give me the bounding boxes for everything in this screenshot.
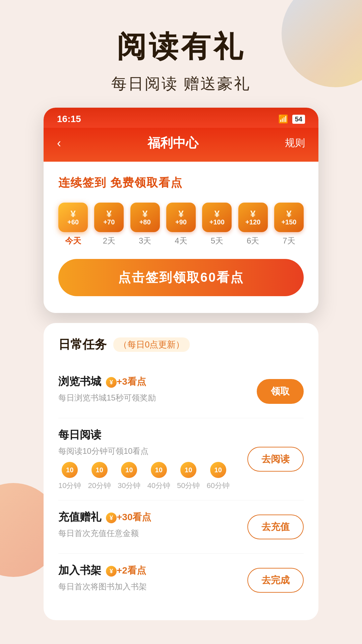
day-btn-3[interactable]: ¥+803天 — [130, 203, 160, 246]
wifi-icon: 📶 — [278, 114, 288, 124]
day-label-5: 5天 — [211, 235, 223, 246]
task-info-4: 加入书架¥+2看点每日首次将图书加入书架 — [58, 563, 247, 597]
day-buttons-row: ¥+60今天¥+702天¥+803天¥+904天¥+1005天¥+1206天¥+… — [58, 203, 304, 246]
progress-item-6: 1060分钟 — [206, 462, 229, 491]
hero-title: 阅读有礼 — [20, 27, 342, 67]
task-name-3: 充值赠礼 — [58, 510, 101, 525]
coin-circle-day-4: ¥+90 — [166, 203, 196, 232]
coin-amount-2: +70 — [103, 219, 115, 225]
task-name-row-2: 每日阅读 — [58, 428, 247, 442]
status-time: 16:15 — [57, 114, 81, 124]
back-button[interactable]: ‹ — [57, 136, 61, 150]
coin-circle-day-7: ¥+150 — [274, 203, 304, 232]
progress-label-1: 10分钟 — [58, 481, 81, 491]
nav-bar: ‹ 福利中心 规则 — [44, 128, 318, 162]
task-name-row-4: 加入书架¥+2看点 — [58, 563, 247, 578]
task-desc-4: 每日首次将图书加入书架 — [58, 581, 247, 592]
day-btn-6[interactable]: ¥+1206天 — [238, 203, 268, 246]
battery-icon: 54 — [292, 115, 305, 124]
task-action-btn-2[interactable]: 去阅读 — [247, 447, 304, 472]
tasks-title: 日常任务 — [58, 336, 107, 353]
yen-icon-3: ¥ — [142, 209, 148, 219]
coin-amount-7: +150 — [281, 219, 296, 225]
yen-icon-1: ¥ — [70, 209, 76, 219]
coin-amount-4: +90 — [175, 219, 187, 225]
day-btn-2[interactable]: ¥+702天 — [94, 203, 124, 246]
coin-circle-day-3: ¥+80 — [130, 203, 160, 232]
yen-icon-7: ¥ — [286, 209, 292, 219]
progress-item-1: 1010分钟 — [58, 462, 81, 491]
mini-coin-3: 10 — [121, 462, 137, 478]
coin-amount-5: +100 — [209, 219, 225, 225]
signin-title: 连续签到 免费领取看点 — [58, 175, 304, 191]
nav-rules-button[interactable]: 规则 — [285, 136, 305, 150]
coin-circle-day-6: ¥+120 — [238, 203, 268, 232]
coin-amount-6: +120 — [245, 219, 260, 225]
task-action-btn-4[interactable]: 去完成 — [247, 568, 304, 593]
yen-icon-2: ¥ — [107, 209, 112, 219]
day-label-6: 6天 — [247, 235, 259, 246]
task-name-row-3: 充值赠礼¥+30看点 — [58, 510, 247, 525]
progress-label-3: 30分钟 — [118, 481, 140, 491]
task-points-3: ¥+30看点 — [106, 511, 152, 524]
task-desc-3: 每日首次充值任意金额 — [58, 528, 247, 539]
day-label-2: 2天 — [103, 235, 115, 246]
task-action-btn-1[interactable]: 领取 — [257, 379, 304, 404]
mini-coin-5: 10 — [180, 462, 196, 478]
task-item-4: 加入书架¥+2看点每日首次将图书加入书架去完成 — [58, 554, 304, 607]
yen-icon-6: ¥ — [250, 209, 256, 219]
day-label-7: 7天 — [283, 235, 295, 246]
phone-card: 16:15 📶 54 ‹ 福利中心 规则 连续签到 免费领取看点 ¥+60今天¥… — [44, 108, 318, 313]
day-label-4: 4天 — [175, 235, 187, 246]
signin-card: 连续签到 免费领取看点 ¥+60今天¥+702天¥+803天¥+904天¥+10… — [44, 162, 318, 313]
task-desc-1: 每日浏览书城15秒可领奖励 — [58, 392, 257, 403]
coin-circle-day-1: ¥+60 — [58, 203, 88, 232]
reading-progress-2: 1010分钟1020分钟1030分钟1040分钟1050分钟1060分钟 — [58, 462, 247, 491]
status-right: 📶 54 — [278, 114, 305, 124]
day-btn-5[interactable]: ¥+1005天 — [202, 203, 232, 246]
progress-item-4: 1040分钟 — [147, 462, 170, 491]
day-btn-4[interactable]: ¥+904天 — [166, 203, 196, 246]
progress-item-3: 1030分钟 — [118, 462, 140, 491]
hero-section: 阅读有礼 每日阅读 赠送豪礼 — [0, 0, 362, 108]
coin-amount-1: +60 — [67, 219, 79, 225]
mini-coin-1: 10 — [62, 462, 78, 478]
task-item-2: 每日阅读每阅读10分钟可领10看点1010分钟1020分钟1030分钟1040分… — [58, 418, 304, 500]
nav-title: 福利中心 — [147, 135, 198, 152]
task-name-1: 浏览书城 — [58, 374, 101, 389]
tasks-list: 浏览书城¥+3看点每日浏览书城15秒可领奖励领取每日阅读每阅读10分钟可领10看… — [58, 365, 304, 607]
progress-label-6: 60分钟 — [206, 481, 229, 491]
task-desc-2: 每阅读10分钟可领10看点 — [58, 446, 247, 457]
progress-label-4: 40分钟 — [147, 481, 170, 491]
tasks-update: （每日0点更新） — [113, 337, 190, 352]
day-label-3: 3天 — [139, 235, 151, 246]
checkin-button[interactable]: 点击签到领取60看点 — [58, 259, 304, 296]
coin-circle-day-5: ¥+100 — [202, 203, 232, 232]
task-points-4: ¥+2看点 — [106, 564, 146, 577]
task-info-2: 每日阅读每阅读10分钟可领10看点1010分钟1020分钟1030分钟1040分… — [58, 428, 247, 491]
day-btn-1[interactable]: ¥+60今天 — [58, 203, 88, 246]
task-info-1: 浏览书城¥+3看点每日浏览书城15秒可领奖励 — [58, 374, 257, 409]
mini-coin-2: 10 — [92, 462, 108, 478]
progress-label-2: 20分钟 — [88, 481, 111, 491]
day-label-1: 今天 — [65, 235, 81, 246]
task-name-row-1: 浏览书城¥+3看点 — [58, 374, 257, 389]
task-item-3: 充值赠礼¥+30看点每日首次充值任意金额去充值 — [58, 500, 304, 554]
task-points-1: ¥+3看点 — [106, 375, 146, 388]
yen-icon-5: ¥ — [215, 209, 220, 219]
task-info-3: 充值赠礼¥+30看点每日首次充值任意金额 — [58, 510, 247, 544]
status-bar: 16:15 📶 54 — [44, 108, 318, 128]
hero-subtitle: 每日阅读 赠送豪礼 — [20, 73, 342, 94]
yen-icon-4: ¥ — [178, 209, 184, 219]
coin-amount-3: +80 — [139, 219, 151, 225]
progress-item-5: 1050分钟 — [177, 462, 200, 491]
progress-item-2: 1020分钟 — [88, 462, 111, 491]
task-name-2: 每日阅读 — [58, 428, 101, 442]
tasks-header: 日常任务 （每日0点更新） — [58, 336, 304, 353]
tasks-section: 日常任务 （每日0点更新） 浏览书城¥+3看点每日浏览书城15秒可领奖励领取每日… — [44, 323, 318, 620]
day-btn-7[interactable]: ¥+1507天 — [274, 203, 304, 246]
progress-label-5: 50分钟 — [177, 481, 200, 491]
mini-coin-6: 10 — [210, 462, 226, 478]
task-action-btn-3[interactable]: 去充值 — [247, 515, 304, 539]
coin-circle-day-2: ¥+70 — [94, 203, 124, 232]
